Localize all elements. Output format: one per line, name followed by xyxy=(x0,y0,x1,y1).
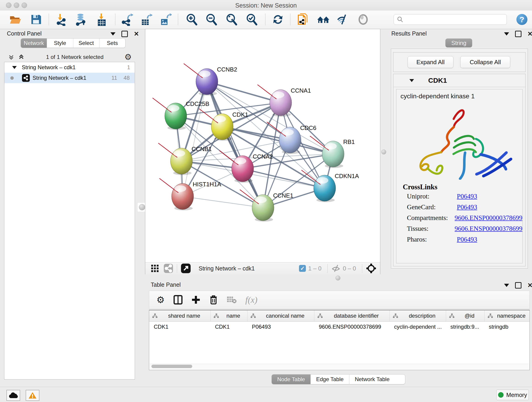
network-edge[interactable] xyxy=(207,82,281,103)
panel-close-icon[interactable]: ✕ xyxy=(134,32,139,36)
scrollbar-thumb[interactable] xyxy=(152,365,192,368)
import-network-file-icon[interactable] xyxy=(55,13,68,26)
tab-network-table[interactable]: Network Table xyxy=(349,375,395,384)
table-row[interactable]: CDK1CDK1P064939606.ENSP00000378699cyclin… xyxy=(149,322,530,332)
table-cell[interactable]: cyclin-dependent ... xyxy=(389,322,446,332)
panel-close-icon[interactable]: ✕ xyxy=(527,32,532,36)
panel-menu-icon[interactable] xyxy=(504,32,509,36)
delete-table-icon[interactable] xyxy=(227,296,237,304)
show-columns-icon[interactable] xyxy=(173,295,183,305)
tab-select[interactable]: Select xyxy=(73,38,99,48)
save-session-icon[interactable] xyxy=(29,13,43,26)
network-row-selected[interactable]: String Network – cdk1 11 48 xyxy=(4,73,135,83)
crosslink-link[interactable]: P06493 xyxy=(457,192,477,200)
collapse-all-icon[interactable] xyxy=(7,53,15,61)
network-node-CCNB2[interactable]: CCNB2 xyxy=(184,64,237,96)
function-builder-icon[interactable]: f(x) xyxy=(245,295,258,305)
export-image-icon[interactable] xyxy=(158,13,172,26)
share-view-icon[interactable] xyxy=(164,264,173,273)
export-table-icon[interactable] xyxy=(139,13,152,26)
crosslink-label: Tissues: xyxy=(407,225,455,232)
hide-panel-eye-icon[interactable] xyxy=(336,13,350,26)
grid-view-icon[interactable] xyxy=(150,264,159,273)
network-node-RB1[interactable]: RB1 xyxy=(310,136,355,168)
table-options-gear-icon[interactable]: ⚙ xyxy=(157,294,165,305)
selected-checkbox[interactable]: ✓ xyxy=(299,265,306,272)
table-cell[interactable]: P06493 xyxy=(247,322,314,332)
collection-expand-icon[interactable] xyxy=(12,66,17,69)
results-tab-string[interactable]: String xyxy=(445,38,472,47)
right-splitter-handle[interactable] xyxy=(381,149,386,154)
column-header-databaseidentifier[interactable]: database identifier xyxy=(314,310,389,321)
import-table-file-icon[interactable] xyxy=(95,13,109,26)
tab-node-table[interactable]: Node Table xyxy=(272,375,310,384)
panel-float-icon[interactable] xyxy=(121,31,128,37)
table-cell[interactable]: CDK1 xyxy=(210,322,247,332)
table-cell[interactable]: stringdb:9... xyxy=(446,322,484,332)
window-title: Session: New Session xyxy=(0,2,532,9)
zoom-selected-icon[interactable] xyxy=(245,13,259,26)
table-cell[interactable]: 9606.ENSP00000378699 xyxy=(314,322,389,332)
column-header-description[interactable]: description xyxy=(389,310,446,321)
search-input[interactable] xyxy=(394,14,507,25)
column-header-sharedname[interactable]: shared name xyxy=(149,310,210,321)
zoom-fit-icon[interactable] xyxy=(225,13,238,26)
network-node-CDK1[interactable]: CDK1 xyxy=(199,109,248,141)
help-button[interactable]: ? xyxy=(516,14,527,25)
crosslink-link[interactable]: 9606.ENSP00000378699 xyxy=(455,214,522,222)
bottom-splitter-handle[interactable] xyxy=(336,275,341,281)
string-import-icon[interactable] xyxy=(297,13,310,26)
home-icon[interactable] xyxy=(317,13,330,26)
birds-eye-crosshair-icon[interactable] xyxy=(366,263,376,274)
refresh-icon[interactable] xyxy=(271,13,285,26)
tab-edge-table[interactable]: Edge Table xyxy=(310,375,349,384)
table-cell[interactable]: stringdb xyxy=(484,322,530,332)
open-in-window-icon[interactable] xyxy=(181,263,191,274)
import-network-database-icon[interactable] xyxy=(74,13,88,26)
delete-column-icon[interactable] xyxy=(209,295,218,305)
panel-menu-icon[interactable] xyxy=(504,284,509,287)
cloud-icon xyxy=(9,392,18,399)
column-header-canonicalname[interactable]: canonical name xyxy=(247,310,314,321)
gene-collapse-icon[interactable] xyxy=(409,79,414,82)
table-horizontal-scrollbar[interactable] xyxy=(150,364,529,369)
tab-sets[interactable]: Sets xyxy=(99,38,125,48)
zoom-in-icon[interactable] xyxy=(185,13,198,26)
network-edge[interactable] xyxy=(183,82,207,196)
cloud-button[interactable] xyxy=(6,390,20,401)
network-canvas[interactable]: CCNB2CCNA1CDC25BCDK1CDC6RB1CCNB1CCNA2CDK… xyxy=(145,29,380,262)
zoom-out-icon[interactable] xyxy=(205,13,218,26)
panel-float-icon[interactable] xyxy=(515,282,521,288)
export-network-icon[interactable] xyxy=(120,13,133,26)
crosslink-link[interactable]: P06493 xyxy=(457,236,477,243)
network-collection-row[interactable]: String Network – cdk1 1 xyxy=(4,62,135,73)
table-cell[interactable]: CDK1 xyxy=(149,322,210,332)
crosslink-link[interactable]: 9606.ENSP00000378699 xyxy=(455,225,522,232)
network-edge[interactable] xyxy=(207,82,263,208)
expand-all-button[interactable]: Expand All xyxy=(408,56,453,68)
hidden-eye-icon[interactable] xyxy=(331,264,341,273)
node-table: shared namenamecanonical namedatabase id… xyxy=(149,310,530,370)
gene-entry-header[interactable]: CDK1 xyxy=(393,74,525,87)
tab-style[interactable]: Style xyxy=(47,38,73,48)
presentation-sphere-icon[interactable] xyxy=(356,13,370,26)
memory-button[interactable]: Memory xyxy=(496,390,529,400)
warning-button[interactable] xyxy=(26,390,39,401)
panel-close-icon[interactable]: ✕ xyxy=(527,283,532,288)
expand-all-icon[interactable] xyxy=(17,53,25,61)
panel-float-icon[interactable] xyxy=(515,31,521,37)
network-options-gear-icon[interactable]: ⚙ xyxy=(124,52,132,62)
crosslink-row: Uniprot:P06493 xyxy=(407,192,522,200)
column-header-id[interactable]: @id xyxy=(446,310,484,321)
add-column-icon[interactable] xyxy=(191,295,201,304)
node-label: CDKN1A xyxy=(335,172,359,179)
tab-network[interactable]: Network xyxy=(21,38,47,48)
collapse-all-button[interactable]: Collapse All xyxy=(460,56,510,68)
crosslink-link[interactable]: P06493 xyxy=(457,203,477,211)
column-header-namespace[interactable]: namespace xyxy=(484,310,530,321)
network-node-CDC25B[interactable]: CDC25B xyxy=(152,98,209,130)
crosslink-row: GeneCard:P06493 xyxy=(407,203,522,211)
panel-menu-icon[interactable] xyxy=(110,32,115,36)
open-session-icon[interactable] xyxy=(9,13,22,26)
column-header-name[interactable]: name xyxy=(210,310,247,321)
